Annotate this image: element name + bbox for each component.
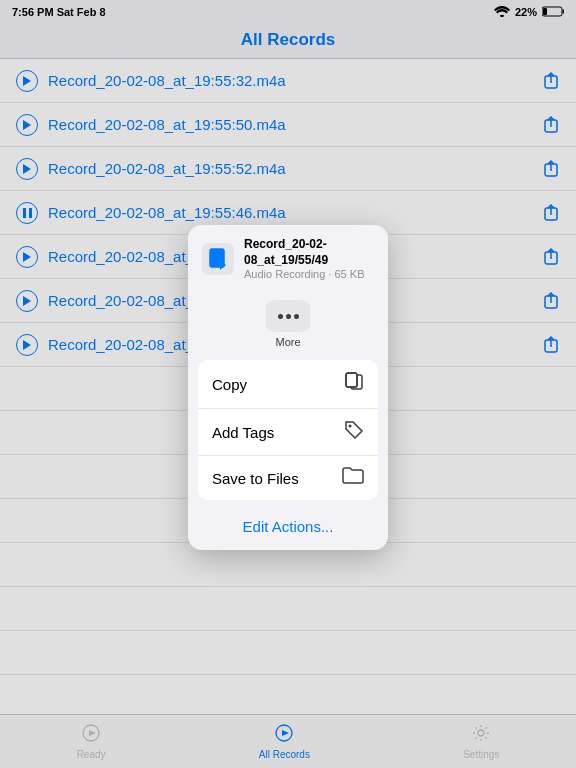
popup-header: Record_20-02-08_at_19/55/49 Audio Record… [188,225,388,290]
popup-file-icon [202,243,234,275]
popup-menu: Copy Add Tags Save to Files [198,360,378,500]
add-tags-label: Add Tags [212,424,274,441]
more-dots-button[interactable] [266,300,310,332]
copy-label: Copy [212,376,247,393]
menu-item-add-tags[interactable]: Add Tags [198,409,378,456]
folder-icon [342,467,364,489]
save-to-files-label: Save to Files [212,470,299,487]
popup-file-name: Record_20-02-08_at_19/55/49 [244,237,374,268]
dot-2 [286,314,291,319]
context-popup: Record_20-02-08_at_19/55/49 Audio Record… [188,225,388,550]
svg-point-33 [349,425,352,428]
popup-file-meta: Audio Recording · 65 KB [244,268,374,280]
svg-rect-31 [346,373,357,387]
menu-item-save-to-files[interactable]: Save to Files [198,456,378,500]
popup-file-info: Record_20-02-08_at_19/55/49 Audio Record… [244,237,374,280]
more-label: More [275,336,300,348]
dot-1 [278,314,283,319]
copy-icon [344,371,364,397]
popup-more-row: More [188,290,388,352]
dot-3 [294,314,299,319]
tag-icon [344,420,364,444]
edit-actions-label[interactable]: Edit Actions... [243,518,334,535]
menu-item-copy[interactable]: Copy [198,360,378,409]
popup-edit-actions[interactable]: Edit Actions... [188,508,388,550]
